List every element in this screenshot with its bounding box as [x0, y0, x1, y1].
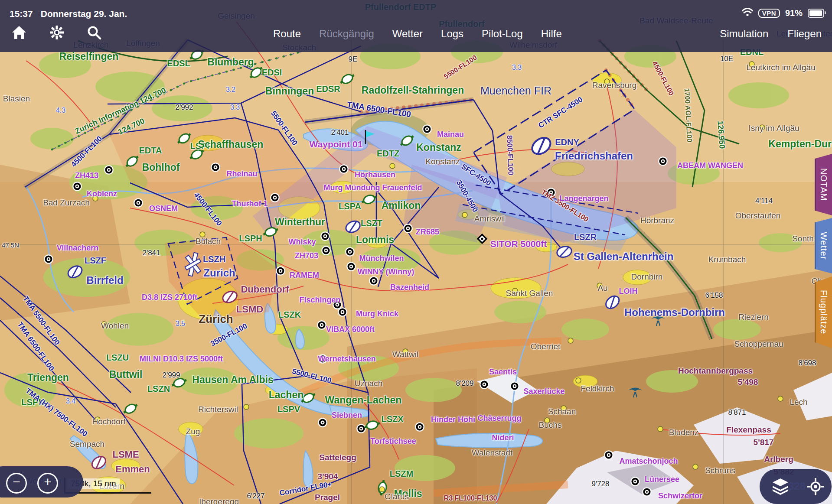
side-tab-label: NOTAM	[819, 168, 829, 201]
compass-heading-value: 328	[788, 480, 806, 492]
menu-item-simulation[interactable]: Simulation	[720, 28, 768, 40]
search-icon[interactable]	[87, 25, 101, 40]
layers-button[interactable]	[771, 478, 790, 497]
terrain-chart	[0, 0, 832, 504]
map-tools-pill: 328	[760, 469, 832, 504]
settings-gear-icon[interactable]	[49, 25, 64, 40]
mode-menu: SimulationFliegen	[720, 28, 822, 40]
battery-icon	[808, 9, 824, 18]
clock: 15:37	[10, 9, 33, 19]
menu-item-wetter[interactable]: Wetter	[392, 28, 423, 40]
menu-item-hilfe[interactable]: Hilfe	[541, 28, 562, 40]
zoom-control-pill: − +	[0, 466, 83, 497]
side-tab-flugplätze[interactable]: Flugplätze	[815, 276, 832, 348]
menu-item-route[interactable]: Route	[273, 28, 301, 40]
app-window: LenzkirchLöffingenGeisingenStockachPfull…	[0, 0, 832, 504]
top-bar: 15:37Donnerstag 29. Jan. VPN 91%	[0, 0, 832, 52]
vpn-badge: VPN	[758, 9, 780, 18]
date: Donnerstag 29. Jan.	[41, 9, 127, 19]
side-tab-notam[interactable]: NOTAM	[815, 154, 832, 215]
menu-item-pilot-log[interactable]: Pilot-Log	[482, 28, 523, 40]
menu-item-rückgängig: Rückgängig	[319, 28, 374, 40]
side-tab-label: Flugplätze	[819, 290, 829, 334]
side-tab-label: Wetter	[819, 232, 829, 260]
zoom-out-button[interactable]: −	[6, 473, 27, 494]
zoom-in-button[interactable]: +	[37, 473, 58, 494]
status-bar: 15:37Donnerstag 29. Jan. VPN 91%	[0, 0, 832, 20]
menu-item-fliegen[interactable]: Fliegen	[787, 28, 822, 40]
home-button[interactable]	[11, 25, 27, 40]
main-menu: RouteRückgängigWetterLogsPilot-LogHilfe	[273, 28, 562, 40]
map-canvas[interactable]: LenzkirchLöffingenGeisingenStockachPfull…	[0, 0, 832, 504]
battery-percent: 91%	[785, 8, 803, 18]
locate-button[interactable]	[806, 478, 825, 497]
side-tab-wetter[interactable]: Wetter	[815, 218, 832, 273]
wifi-icon	[742, 8, 753, 19]
nav-bar: RouteRückgängigWetterLogsPilot-LogHilfe …	[0, 20, 832, 52]
menu-item-logs[interactable]: Logs	[441, 28, 463, 40]
